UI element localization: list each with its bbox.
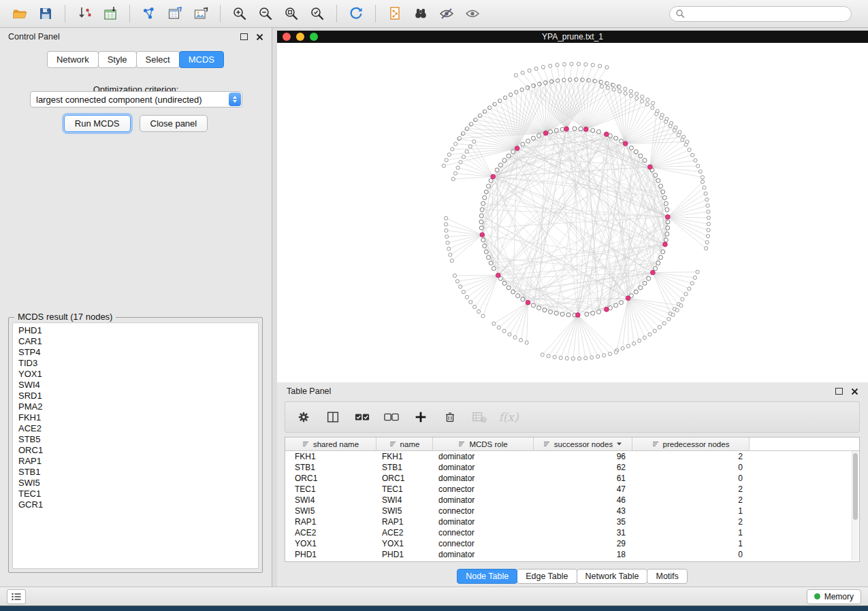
tab-network-table[interactable]: Network Table bbox=[577, 569, 648, 584]
main-toolbar bbox=[0, 0, 868, 28]
dropdown-stepper-icon bbox=[229, 93, 241, 106]
mcds-result-item[interactable]: TEC1 bbox=[13, 489, 258, 499]
mcds-result-item[interactable]: STP4 bbox=[13, 347, 258, 358]
mcds-result-item[interactable]: CAR1 bbox=[13, 336, 258, 347]
table-row[interactable]: ACE2ACE2connector311 bbox=[285, 527, 859, 538]
delete-column-button[interactable] bbox=[441, 408, 459, 426]
close-table-panel-icon[interactable] bbox=[851, 388, 858, 395]
select-all-button[interactable] bbox=[353, 408, 371, 426]
mcds-result-item[interactable]: RAP1 bbox=[13, 456, 258, 467]
table-cell: SWI5 bbox=[376, 506, 433, 516]
zoom-fit-button[interactable] bbox=[278, 3, 304, 24]
table-row[interactable]: STB1STB1dominator620 bbox=[285, 462, 859, 473]
mcds-result-item[interactable]: SWI5 bbox=[13, 478, 258, 489]
network-window-titlebar[interactable]: YPA_prune.txt_1 bbox=[277, 31, 868, 43]
mcds-result-item[interactable]: ACE2 bbox=[13, 423, 258, 434]
float-panel-icon[interactable] bbox=[240, 33, 248, 40]
column-header-mcds-role[interactable]: MCDS role bbox=[433, 437, 534, 450]
table-scrollbar-thumb[interactable] bbox=[853, 453, 858, 520]
export-table-button[interactable] bbox=[162, 3, 188, 24]
column-header-successor-nodes[interactable]: successor nodes bbox=[534, 437, 632, 450]
sort-icon bbox=[652, 440, 660, 448]
control-panel-tabbar: Network Style Select MCDS bbox=[0, 51, 272, 68]
zoom-in-button[interactable] bbox=[227, 3, 253, 24]
search-input[interactable] bbox=[689, 8, 846, 19]
tab-select[interactable]: Select bbox=[136, 51, 180, 68]
table-panel-header: Table Panel bbox=[277, 382, 868, 400]
toolbar-separator bbox=[129, 5, 130, 22]
table-row[interactable]: SWI5SWI5connector431 bbox=[285, 506, 859, 516]
zoom-out-button[interactable] bbox=[253, 3, 278, 24]
show-all-button[interactable] bbox=[460, 3, 485, 24]
table-cell: TEC1 bbox=[285, 484, 376, 494]
table-cell: dominator bbox=[433, 550, 534, 559]
search-box[interactable] bbox=[669, 6, 852, 22]
criterion-dropdown[interactable]: largest connected component (undirected) bbox=[30, 91, 242, 108]
table-cell: dominator bbox=[433, 495, 534, 505]
toolbar-separator bbox=[375, 5, 376, 22]
tab-network[interactable]: Network bbox=[47, 51, 99, 68]
hide-selected-button[interactable] bbox=[434, 3, 460, 24]
table-row[interactable]: FKH1FKH1dominator962 bbox=[285, 451, 859, 462]
network-window-title: YPA_prune.txt_1 bbox=[277, 32, 868, 42]
table-scrollbar[interactable] bbox=[852, 451, 858, 561]
eye-slash-icon bbox=[438, 5, 455, 22]
table-row[interactable]: TEC1TEC1connector472 bbox=[285, 484, 859, 495]
mcds-result-item[interactable]: ORC1 bbox=[13, 445, 258, 456]
tab-node-table[interactable]: Node Table bbox=[457, 569, 517, 584]
table-cell: SWI4 bbox=[376, 495, 433, 505]
table-settings-button[interactable] bbox=[295, 408, 312, 426]
table-cell: RAP1 bbox=[376, 517, 433, 527]
table-cell: 2 bbox=[632, 484, 750, 494]
tab-edge-table[interactable]: Edge Table bbox=[517, 569, 577, 584]
close-panel-icon[interactable] bbox=[256, 33, 263, 41]
export-image-button[interactable] bbox=[188, 3, 214, 24]
add-column-button[interactable] bbox=[412, 408, 430, 426]
float-table-panel-icon[interactable] bbox=[835, 388, 843, 395]
import-table-button[interactable] bbox=[97, 3, 123, 24]
tab-style[interactable]: Style bbox=[98, 51, 137, 68]
deselect-all-button[interactable] bbox=[383, 408, 400, 426]
mcds-result-item[interactable]: PHD1 bbox=[13, 325, 258, 336]
find-button[interactable] bbox=[408, 3, 434, 24]
zoom-selected-button[interactable] bbox=[304, 3, 330, 24]
mcds-result-item[interactable]: STB5 bbox=[13, 434, 258, 445]
mcds-result-item[interactable]: SWI4 bbox=[13, 380, 258, 391]
table-cell: connector bbox=[433, 539, 534, 548]
mcds-result-item[interactable]: TID3 bbox=[13, 358, 258, 369]
table-row[interactable]: ORC1ORC1dominator610 bbox=[285, 473, 859, 484]
table-cell: YOX1 bbox=[376, 539, 433, 548]
open-session-button[interactable] bbox=[7, 3, 33, 24]
share-document-button[interactable] bbox=[382, 3, 408, 24]
show-column-button[interactable] bbox=[324, 408, 342, 426]
save-session-button[interactable] bbox=[33, 3, 59, 24]
run-mcds-button[interactable]: Run MCDS bbox=[64, 115, 131, 132]
table-row[interactable]: PHD1PHD1dominator180 bbox=[285, 549, 859, 560]
memory-button[interactable]: Memory bbox=[807, 589, 861, 604]
network-canvas[interactable] bbox=[277, 43, 868, 382]
mcds-result-groupbox: MCDS result (17 nodes) PHD1CAR1STP4TID3Y… bbox=[8, 317, 263, 573]
import-network-button[interactable] bbox=[71, 3, 97, 24]
mcds-result-item[interactable]: GCR1 bbox=[13, 499, 258, 510]
column-header-shared-name[interactable]: shared name bbox=[285, 437, 376, 450]
tab-motifs[interactable]: Motifs bbox=[647, 569, 687, 584]
apply-layout-button[interactable] bbox=[343, 3, 369, 24]
table-cell: 43 bbox=[534, 506, 632, 516]
close-panel-button[interactable]: Close panel bbox=[140, 115, 208, 132]
new-network-button[interactable] bbox=[136, 3, 162, 24]
table-cell: TEC1 bbox=[376, 484, 433, 494]
eye-icon bbox=[464, 5, 481, 22]
table-row[interactable]: RAP1RAP1dominator352 bbox=[285, 516, 859, 527]
mcds-result-item[interactable]: PMA2 bbox=[13, 401, 258, 412]
column-header-predecessor-nodes[interactable]: predecessor nodes bbox=[632, 437, 750, 450]
tab-mcds[interactable]: MCDS bbox=[179, 51, 224, 68]
table-row[interactable]: YOX1YOX1connector291 bbox=[285, 538, 859, 549]
table-cell: connector bbox=[433, 506, 534, 516]
table-row[interactable]: SWI4SWI4dominator462 bbox=[285, 495, 859, 506]
task-history-button[interactable] bbox=[7, 589, 26, 604]
mcds-result-item[interactable]: STB1 bbox=[13, 467, 258, 478]
mcds-result-item[interactable]: FKH1 bbox=[13, 412, 258, 423]
mcds-result-item[interactable]: SRD1 bbox=[13, 391, 258, 401]
column-header-name[interactable]: name bbox=[376, 437, 433, 450]
mcds-result-item[interactable]: YOX1 bbox=[13, 369, 258, 380]
